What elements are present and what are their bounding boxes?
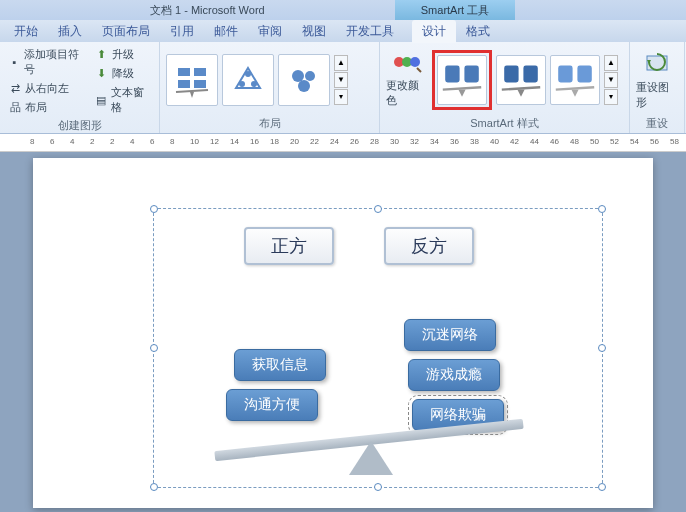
- group-reset: 重设图形 重设: [630, 42, 685, 133]
- resize-handle[interactable]: [598, 483, 606, 491]
- smartart-node[interactable]: 游戏成瘾: [408, 359, 500, 391]
- group-layout: ▲ ▼ ▾ 布局: [160, 42, 380, 133]
- tab-view[interactable]: 视图: [292, 20, 336, 43]
- smartart-node[interactable]: 沉迷网络: [404, 319, 496, 351]
- svg-line-18: [443, 87, 481, 89]
- group-label-create: 创建图形: [6, 116, 153, 133]
- group-label-layout: 布局: [166, 114, 373, 131]
- tab-format[interactable]: 格式: [456, 20, 500, 43]
- svg-marker-27: [571, 90, 578, 97]
- style-gallery-more[interactable]: ▾: [604, 89, 618, 105]
- tab-design[interactable]: 设计: [412, 20, 456, 43]
- layout-option-2[interactable]: [222, 54, 274, 106]
- reset-icon: [643, 50, 671, 78]
- svg-rect-25: [577, 66, 591, 83]
- svg-rect-3: [194, 80, 206, 88]
- style-option-1[interactable]: [437, 55, 487, 105]
- layout-gallery-more[interactable]: ▾: [334, 89, 348, 105]
- svg-line-22: [502, 87, 540, 89]
- demote-button[interactable]: ⬇ 降级: [93, 65, 153, 82]
- change-colors-button[interactable]: 更改颜色: [386, 52, 428, 108]
- resize-handle[interactable]: [150, 205, 158, 213]
- bullet-icon: ▪: [8, 55, 21, 69]
- tab-insert[interactable]: 插入: [48, 20, 92, 43]
- tab-review[interactable]: 审阅: [248, 20, 292, 43]
- layout-option-1[interactable]: [166, 54, 218, 106]
- svg-rect-17: [464, 66, 478, 83]
- style-option-2[interactable]: [496, 55, 546, 105]
- svg-marker-19: [458, 90, 465, 97]
- layout-button[interactable]: 品 布局: [6, 99, 87, 116]
- svg-rect-21: [523, 66, 537, 83]
- group-smartart-styles: 更改颜色 ▲ ▼ ▾ SmartArt 样式: [380, 42, 630, 133]
- balance-fulcrum: [349, 441, 393, 475]
- style-gallery-up[interactable]: ▲: [604, 55, 618, 71]
- balance-title-right[interactable]: 反方: [384, 227, 474, 265]
- resize-handle[interactable]: [374, 205, 382, 213]
- svg-rect-16: [445, 66, 459, 83]
- svg-point-12: [298, 80, 310, 92]
- layout-gallery-up[interactable]: ▲: [334, 55, 348, 71]
- resize-handle[interactable]: [150, 344, 158, 352]
- svg-line-26: [556, 87, 594, 89]
- highlighted-style: [432, 50, 492, 110]
- colors-icon: [391, 52, 423, 76]
- layout-option-3[interactable]: [278, 54, 330, 106]
- tab-page-layout[interactable]: 页面布局: [92, 20, 160, 43]
- smartart-node[interactable]: 沟通方便: [226, 389, 318, 421]
- smartart-graphic[interactable]: 正方 反方 获取信息 沟通方便 沉迷网络 游戏成瘾 网络欺骗: [153, 208, 603, 488]
- tab-references[interactable]: 引用: [160, 20, 204, 43]
- rtl-button[interactable]: ⇄ 从右向左: [6, 80, 87, 97]
- add-bullet-button[interactable]: ▪ 添加项目符号: [6, 46, 87, 78]
- page: 正方 反方 获取信息 沟通方便 沉迷网络 游戏成瘾 网络欺骗: [33, 158, 653, 508]
- layout-gallery-down[interactable]: ▼: [334, 72, 348, 88]
- title-bar: 文档 1 - Microsoft Word SmartArt 工具: [0, 0, 686, 20]
- demote-icon: ⬇: [95, 67, 109, 81]
- svg-marker-5: [190, 92, 194, 98]
- svg-point-15: [410, 57, 420, 67]
- style-gallery-down[interactable]: ▼: [604, 72, 618, 88]
- svg-point-10: [292, 70, 304, 82]
- smartart-node[interactable]: 获取信息: [234, 349, 326, 381]
- svg-point-11: [305, 71, 315, 81]
- text-pane-icon: ▤: [95, 93, 108, 107]
- svg-rect-0: [178, 68, 190, 76]
- group-label-styles: SmartArt 样式: [386, 114, 623, 131]
- layout-icon: 品: [8, 101, 22, 115]
- promote-button[interactable]: ⬆ 升级: [93, 46, 153, 63]
- rtl-icon: ⇄: [8, 82, 22, 96]
- ribbon: ▪ 添加项目符号 ⇄ 从右向左 品 布局 ⬆ 升级 ⬇: [0, 42, 686, 134]
- text-pane-button[interactable]: ▤ 文本窗格: [93, 84, 153, 116]
- svg-line-4: [176, 90, 208, 92]
- svg-rect-1: [194, 68, 206, 76]
- svg-point-8: [239, 81, 245, 87]
- svg-marker-23: [517, 90, 524, 97]
- svg-rect-20: [504, 66, 518, 83]
- tab-home[interactable]: 开始: [4, 20, 48, 43]
- svg-rect-2: [178, 80, 190, 88]
- resize-handle[interactable]: [598, 205, 606, 213]
- group-create-graphic: ▪ 添加项目符号 ⇄ 从右向左 品 布局 ⬆ 升级 ⬇: [0, 42, 160, 133]
- svg-rect-24: [558, 66, 572, 83]
- horizontal-ruler: document.write(JSON.parse(document.getEl…: [0, 134, 686, 152]
- promote-icon: ⬆: [95, 48, 109, 62]
- contextual-tool-title: SmartArt 工具: [395, 0, 515, 20]
- balance-title-left[interactable]: 正方: [244, 227, 334, 265]
- ribbon-tabs: 开始 插入 页面布局 引用 邮件 审阅 视图 开发工具 设计 格式: [0, 20, 686, 42]
- tab-developer[interactable]: 开发工具: [336, 20, 404, 43]
- group-label-reset: 重设: [636, 114, 678, 131]
- svg-point-7: [245, 71, 251, 77]
- document-area: 正方 反方 获取信息 沟通方便 沉迷网络 游戏成瘾 网络欺骗: [0, 152, 686, 512]
- svg-point-9: [251, 81, 257, 87]
- reset-graphic-button[interactable]: 重设图形: [636, 50, 678, 110]
- tab-mailings[interactable]: 邮件: [204, 20, 248, 43]
- style-option-3[interactable]: [550, 55, 600, 105]
- resize-handle[interactable]: [150, 483, 158, 491]
- resize-handle[interactable]: [598, 344, 606, 352]
- resize-handle[interactable]: [374, 483, 382, 491]
- document-title: 文档 1 - Microsoft Word: [150, 3, 265, 18]
